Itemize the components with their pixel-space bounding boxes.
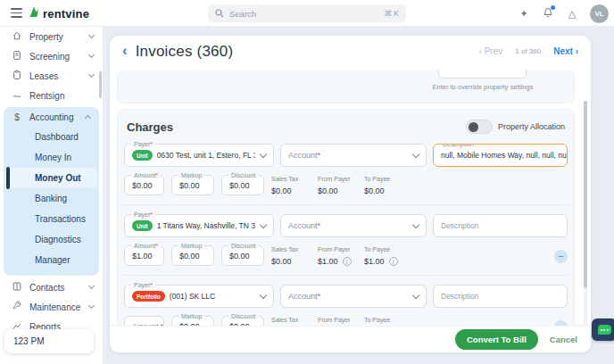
remove-charge-button[interactable]: − [554,250,568,263]
property-allocation-toggle[interactable] [466,120,493,134]
amount-input[interactable]: Amount * [124,316,164,326]
sidebar-item-money-out[interactable]: Money Out [5,168,97,188]
override-input-fragment[interactable] [438,70,527,79]
top-bar: rentvine ⌘ K ✦ △ VL [0,0,614,27]
to-payee-column: To Payee $0.00 [364,316,403,326]
page-indicator: 1 of 360 [515,47,541,55]
sidebar-item-property[interactable]: Property [0,27,103,46]
account-select[interactable]: Account* [280,214,427,237]
sidebar-item-contacts[interactable]: Contacts [0,277,103,297]
changelog-icon[interactable]: △ [566,8,578,20]
next-button[interactable]: Next › [553,46,578,56]
sidebar-item-leases[interactable]: Leases [0,66,103,86]
property-settings-section: Enter to override property settings [117,70,575,103]
sidebar-item-screening[interactable]: Screening [0,46,103,66]
sidebar-item-manager[interactable]: Manager [5,250,97,270]
discount-input[interactable]: Discount [221,316,264,326]
chevron-down-icon [88,52,95,58]
chevron-down-icon [260,291,267,298]
chat-bubble-icon [598,325,611,335]
clipboard-icon [12,70,22,82]
main-area: ‹ Invoices (360) ‹ Prev 1 of 360 Next › … [103,27,614,364]
wrench-icon [12,301,22,313]
accounting-section: $ Accounting Dashboard Money In Money Ou… [4,107,99,276]
rentvine-logo-icon [28,4,40,22]
chevron-down-icon [88,302,95,309]
payer-select[interactable]: Payer* Unit 0630 Test, unit 1, Estero, F… [124,144,274,167]
row-divider [122,275,569,276]
content-scrollbar-thumb[interactable] [584,101,587,288]
chat-widget-button[interactable] [592,318,614,341]
sales-tax-column: Sales Tax $0.00 [271,316,311,326]
unit-badge: Unit [132,220,153,231]
convert-to-bill-button[interactable]: Convert To Bill [455,329,538,350]
sidebar-item-rentsign[interactable]: Rentsign [0,86,103,105]
payer-select[interactable]: Payer* Unit 1 Titans Way, Nashville, TN … [124,214,274,237]
sidebar-item-diagnostics[interactable]: Diagnostics [5,229,97,250]
description-field[interactable] [433,214,568,237]
chevron-down-icon [412,291,419,298]
ai-sparkle-icon[interactable]: ✦ [518,8,530,20]
company-selector[interactable]: 123 PM [4,329,94,353]
from-payer-column: From Payer $0.00 [318,316,357,326]
global-search[interactable]: ⌘ K [208,4,406,22]
sidebar-item-banking[interactable]: Banking [5,188,97,209]
info-icon[interactable]: i [343,257,352,266]
override-hint-text: Enter to override property settings [411,83,554,91]
to-payee-column: To Payee $0.00 [364,175,403,195]
contacts-book-icon [12,281,22,294]
markup-input[interactable]: Markup [171,316,214,326]
portfolio-badge: Portfolio [132,291,165,302]
description-field[interactable] [433,285,568,308]
sidebar-item-dashboard[interactable]: Dashboard [5,127,97,147]
prev-button[interactable]: ‹ Prev [479,46,503,56]
chevron-down-icon [412,150,419,157]
page-header: ‹ Invoices (360) ‹ Prev 1 of 360 Next › [110,36,591,67]
page-title: Invoices (360) [136,43,234,61]
sales-tax-column: Sales Tax $0.00 [271,245,311,266]
house-icon [12,30,22,43]
discount-input[interactable]: Discount [221,175,264,195]
back-button[interactable]: ‹ [122,43,128,58]
description-field[interactable]: Description null, Mobile Homes Way, null… [433,144,568,167]
search-input[interactable] [229,9,378,19]
charges-heading: Charges [127,120,173,134]
sidebar-scrollbar[interactable] [99,71,102,98]
amount-input[interactable]: Amount* [124,245,164,266]
toggle-knob [469,122,478,132]
notifications-bell-icon[interactable] [542,7,554,20]
scroll-content: Enter to override property settings Char… [110,67,591,326]
sidebar-item-accounting[interactable]: $ Accounting [4,107,99,127]
info-icon[interactable]: i [389,257,398,266]
row-divider [122,204,569,205]
cancel-button[interactable]: Cancel [550,335,577,344]
sidebar-item-maintenance[interactable]: Maintenance [0,297,103,317]
charge-row: Payer* Unit 1 Titans Way, Nashville, TN … [124,214,568,266]
account-select[interactable]: Account* [280,144,427,167]
active-indicator [6,167,10,189]
payer-select[interactable]: Payer* Portfolio (001) SK LLC [124,285,274,308]
unit-badge: Unit [132,150,153,161]
sidebar-item-transactions[interactable]: Transactions [5,209,97,229]
sidebar-item-money-in[interactable]: Money In [5,147,97,168]
markup-input[interactable]: Markup [171,245,214,266]
signature-icon [12,89,22,102]
app-window: rentvine ⌘ K ✦ △ VL Property Sc [0,0,614,364]
user-avatar[interactable]: VL [590,4,609,23]
sidebar: Property Screening Leases Rentsign $ Acc… [0,27,103,364]
search-icon [215,5,224,21]
search-shortcut: ⌘ K [384,9,399,18]
chevron-down-icon [88,283,95,289]
action-footer: Convert To Bill Cancel [110,326,591,352]
amount-input[interactable]: Amount* [124,175,164,195]
discount-input[interactable]: Discount [221,245,264,266]
chevron-down-icon [88,32,95,38]
notification-dot [551,5,555,10]
chevron-up-icon [85,115,91,121]
markup-input[interactable]: Markup [171,175,214,195]
invoice-detail-card: ‹ Invoices (360) ‹ Prev 1 of 360 Next › … [110,36,591,352]
rentvine-logo[interactable]: rentvine [28,4,89,22]
remove-charge-button[interactable]: − [554,320,568,326]
account-select[interactable]: Account* [280,285,427,308]
menu-icon[interactable] [11,8,22,18]
